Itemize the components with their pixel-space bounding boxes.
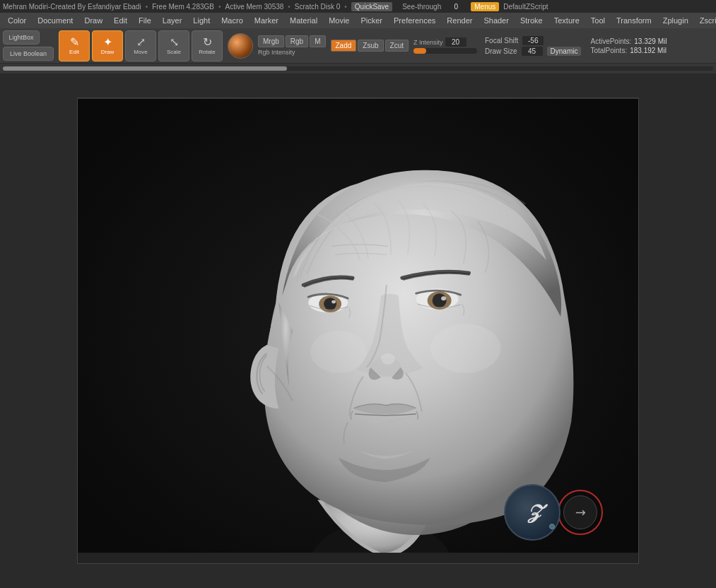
- zcut-toggle[interactable]: Zcut: [385, 40, 409, 52]
- svg-point-12: [381, 353, 395, 365]
- move-button[interactable]: ⤢ Move: [125, 30, 156, 61]
- focal-shift-label: Focal Shift: [485, 37, 518, 45]
- main-area: ↗ 𝒵: [0, 74, 716, 588]
- z-intensity-value[interactable]: 20: [445, 37, 466, 47]
- menu-stroke[interactable]: Stroke: [515, 15, 548, 26]
- see-through-label: See-through: [402, 3, 441, 11]
- menu-bar: Color Document Draw Edit File Layer Ligh…: [0, 13, 716, 28]
- menu-document[interactable]: Document: [33, 15, 78, 26]
- rotation-ring[interactable]: ↗: [558, 490, 603, 535]
- draw-button[interactable]: ✦ Draw: [92, 30, 123, 61]
- z-intensity-slider[interactable]: [413, 48, 477, 54]
- top-info-bar: Mehran Modiri-Created By Esfandiyar Ebad…: [0, 0, 716, 13]
- active-points-label: ActivePoints:: [590, 37, 631, 45]
- quicksave-button[interactable]: QuickSave: [351, 2, 392, 11]
- edit-icon: ✎: [70, 37, 79, 48]
- menu-material[interactable]: Material: [285, 15, 322, 26]
- svg-point-10: [441, 296, 446, 300]
- zsub-toggle[interactable]: Zsub: [358, 40, 383, 52]
- intensity-row: [0, 64, 716, 74]
- rgb-intensity-label: Rgb Intensity: [258, 49, 295, 56]
- intensity-slider-track[interactable]: [3, 66, 713, 71]
- menu-shader[interactable]: Shader: [479, 15, 513, 26]
- draw-size-value[interactable]: 45: [522, 47, 543, 56]
- rotation-widget[interactable]: ↗: [558, 490, 603, 535]
- svg-point-13: [310, 331, 367, 373]
- dynamic-button[interactable]: Dynamic: [547, 47, 582, 56]
- toolbar: LightBox Live Boolean ✎ Edit ✦ Draw ⤢ Mo…: [0, 28, 716, 64]
- head-render: ↗ 𝒵: [78, 98, 638, 563]
- svg-rect-16: [78, 553, 638, 563]
- menu-movie[interactable]: Movie: [324, 15, 354, 26]
- draw-size-label: Draw Size: [485, 47, 517, 55]
- svg-point-6: [331, 300, 336, 304]
- menu-zplugin[interactable]: Zplugin: [658, 15, 693, 26]
- lightbox-button[interactable]: LightBox: [3, 30, 40, 45]
- zbrush-circle[interactable]: 𝒵: [504, 484, 561, 541]
- svg-point-14: [430, 324, 501, 373]
- viewport[interactable]: ↗ 𝒵: [77, 98, 639, 564]
- default-script-text: DefaultZScript: [503, 3, 548, 11]
- menu-texture[interactable]: Texture: [549, 15, 585, 26]
- menu-light[interactable]: Light: [188, 15, 215, 26]
- active-mem-text: Active Mem 30538: [225, 3, 284, 11]
- menu-zscript[interactable]: Zscript: [695, 15, 716, 26]
- focal-shift-value[interactable]: -56: [522, 36, 544, 45]
- menu-preferences[interactable]: Preferences: [389, 15, 440, 26]
- menu-tool[interactable]: Tool: [586, 15, 610, 26]
- author-text: Mehran Modiri-Created By Esfandiyar Ebad…: [3, 3, 141, 11]
- scale-icon: ⤡: [170, 37, 179, 48]
- total-points-label: TotalPoints:: [590, 47, 627, 54]
- zbrush-dot: [549, 524, 555, 529]
- canvas-area[interactable]: ↗ 𝒵: [0, 74, 716, 588]
- menu-render[interactable]: Render: [442, 15, 477, 26]
- svg-point-9: [433, 293, 447, 307]
- menu-marker[interactable]: Marker: [250, 15, 283, 26]
- menus-button[interactable]: Menus: [471, 2, 499, 11]
- active-points-value: 13.329 Mil: [634, 37, 667, 45]
- menu-draw[interactable]: Draw: [79, 15, 107, 26]
- total-points-value: 183.192 Mil: [630, 47, 667, 54]
- menu-macro[interactable]: Macro: [216, 15, 248, 26]
- material-sphere[interactable]: [228, 33, 253, 59]
- scratch-disk-text: Scratch Disk 0: [295, 3, 340, 11]
- z-intensity-label: Z Intensity: [413, 39, 443, 46]
- zbrush-z-letter: 𝒵: [526, 501, 539, 524]
- move-icon: ⤢: [136, 37, 146, 48]
- svg-point-5: [324, 298, 336, 310]
- menu-transform[interactable]: Transform: [611, 15, 657, 26]
- rotate-icon: ↻: [203, 37, 212, 48]
- m-toggle[interactable]: M: [310, 35, 325, 47]
- menu-edit[interactable]: Edit: [109, 15, 132, 26]
- menu-picker[interactable]: Picker: [356, 15, 387, 26]
- scale-button[interactable]: ⤡ Scale: [158, 30, 189, 61]
- live-boolean-button[interactable]: Live Boolean: [3, 47, 54, 61]
- see-through-value[interactable]: 0: [445, 2, 466, 11]
- zbrush-logo-widget[interactable]: 𝒵: [504, 484, 561, 541]
- zadd-toggle[interactable]: Zadd: [331, 40, 357, 52]
- rotate-button[interactable]: ↻ Rotate: [192, 30, 223, 61]
- menu-color[interactable]: Color: [3, 15, 31, 26]
- free-mem-text: Free Mem 4.283GB: [152, 3, 214, 11]
- rotation-arrow-icon: ↗: [571, 503, 589, 522]
- draw-icon: ✦: [103, 37, 112, 48]
- edit-button[interactable]: ✎ Edit: [59, 30, 90, 61]
- menu-file[interactable]: File: [134, 15, 156, 26]
- rotation-inner: ↗: [563, 495, 597, 529]
- menu-layer[interactable]: Layer: [158, 15, 187, 26]
- rgb-toggle[interactable]: Rgb: [286, 35, 308, 47]
- mrgb-toggle[interactable]: Mrgb: [258, 35, 284, 47]
